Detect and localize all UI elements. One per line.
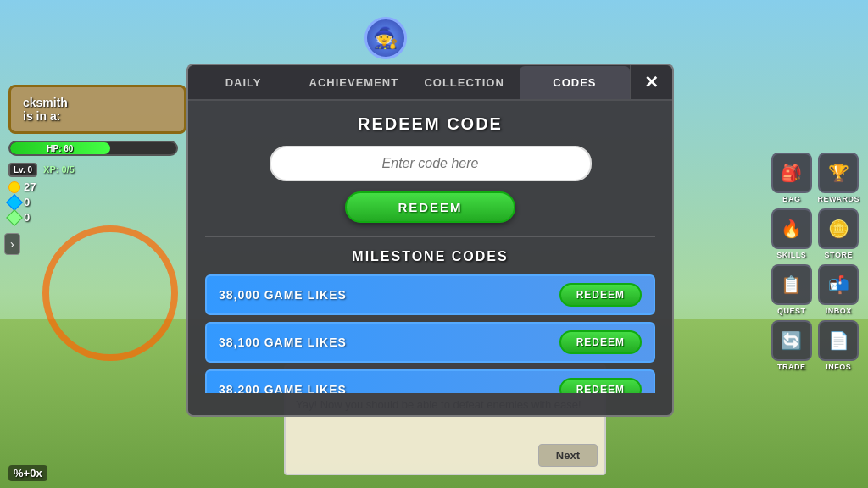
bag-icon: 🎒 [771,152,812,193]
rewards-icon: 🏆 [818,152,859,193]
hud-skills-button[interactable]: 🔥 SKILLS [771,208,813,259]
trade-icon: 🔄 [771,320,812,361]
store-icon: 🪙 [818,208,859,249]
trade-label: TRADE [777,363,806,371]
store-label: STORE [825,251,853,259]
coins-display: 27 [8,180,178,193]
orange-ring-decoration [42,225,178,361]
bag-label: BAG [782,195,801,203]
character-icon: 🧙 [373,26,398,50]
tab-achievement[interactable]: ACHIEVEMENT [298,66,409,99]
milestone-redeem-btn-1[interactable]: REDEEM [559,283,642,307]
milestone-label-1: 38,000 GAME LIKES [219,288,347,302]
infos-icon: 📄 [818,320,859,361]
skills-icon: 🔥 [771,208,812,249]
infos-label: INFOS [826,363,851,371]
tab-codes[interactable]: CODES [520,66,630,99]
close-button[interactable]: ✕ [630,65,672,99]
hp-bar-container: HP: 60 [8,141,178,156]
hud-inbox-button[interactable]: 📬 INBOX [817,264,860,315]
diamond-icon [6,194,23,211]
level-info: Lv. 0 XP: 0/5 [8,163,178,177]
coin-icon [8,181,20,193]
rewards-label: REWARDS [817,195,860,203]
redeem-main-button[interactable]: REDEEM [345,191,515,223]
hud-rewards-button[interactable]: 🏆 REWARDS [817,152,860,203]
skills-label: SKILLS [776,251,806,259]
right-hud: 🎒 BAG 🏆 REWARDS 🔥 SKILLS 🪙 STORE 📋 QUEST… [771,152,860,371]
dialog-content: REDEEM CODE REDEEM MILESTONE CODES 38,00… [188,101,672,407]
milestone-label-2: 38,100 GAME LIKES [219,336,347,349]
left-panel: cksmith is in a: HP: 60 Lv. 0 XP: 0/5 27… [0,85,186,226]
sign-line2: is in a: [23,109,172,123]
gem2-amount: 0 [24,211,30,224]
milestone-redeem-btn-3[interactable]: REDEEM [559,378,642,393]
milestone-redeem-btn-2[interactable]: REDEEM [559,330,642,354]
code-input-row [205,146,655,181]
hud-trade-button[interactable]: 🔄 TRADE [771,320,813,371]
tab-daily[interactable]: DAILY [188,66,298,99]
inbox-label: INBOX [826,307,852,315]
bottom-left-info: %+0x [8,467,47,480]
hud-infos-button[interactable]: 📄 INFOS [817,320,860,371]
redeem-btn-row: REDEEM [205,191,655,223]
tutorial-next-button[interactable]: Next [538,444,598,467]
hud-quest-button[interactable]: 📋 QUEST [771,264,813,315]
main-dialog: DAILY ACHIEVEMENT COLLECTION CODES ✕ RED… [186,64,674,417]
side-arrow-button[interactable]: › [4,233,20,255]
character-avatar: 🧙 [364,17,407,59]
gem1-amount: 0 [24,196,30,208]
section-divider [205,236,655,237]
quest-label: QUEST [777,307,806,315]
green-diamond-icon [6,209,23,226]
code-input[interactable] [270,146,592,181]
tab-bar: DAILY ACHIEVEMENT COLLECTION CODES ✕ [188,65,672,101]
tab-collection[interactable]: COLLECTION [409,66,520,99]
hp-bar: HP: 60 [10,142,110,154]
xp-text: XP: 0/5 [43,164,75,175]
tutorial-footer: Next [286,441,604,474]
hud-store-button[interactable]: 🪙 STORE [817,208,860,259]
level-badge: Lv. 0 [8,163,37,177]
milestone-codes-title: MILESTONE CODES [205,249,655,264]
milestone-list: 38,000 GAME LIKES REDEEM 38,100 GAME LIK… [205,274,655,393]
milestone-label-3: 38,200 GAME LIKES [219,383,347,393]
inbox-icon: 📬 [818,264,859,305]
percent-badge: %+0x [8,465,47,481]
character-area: 🧙 [364,17,407,59]
coin-amount: 27 [24,180,36,193]
hud-bag-button[interactable]: 🎒 BAG [771,152,813,203]
milestone-item: 38,100 GAME LIKES REDEEM [205,322,655,363]
gem2-display: 0 [8,211,178,224]
blacksmith-sign: cksmith is in a: [8,85,186,134]
quest-icon: 📋 [771,264,812,305]
sign-line1: cksmith [23,96,172,109]
milestone-item: 38,000 GAME LIKES REDEEM [205,274,655,315]
redeem-code-title: REDEEM CODE [205,114,655,134]
milestone-item: 38,200 GAME LIKES REDEEM [205,369,655,393]
gem1-display: 0 [8,196,178,208]
